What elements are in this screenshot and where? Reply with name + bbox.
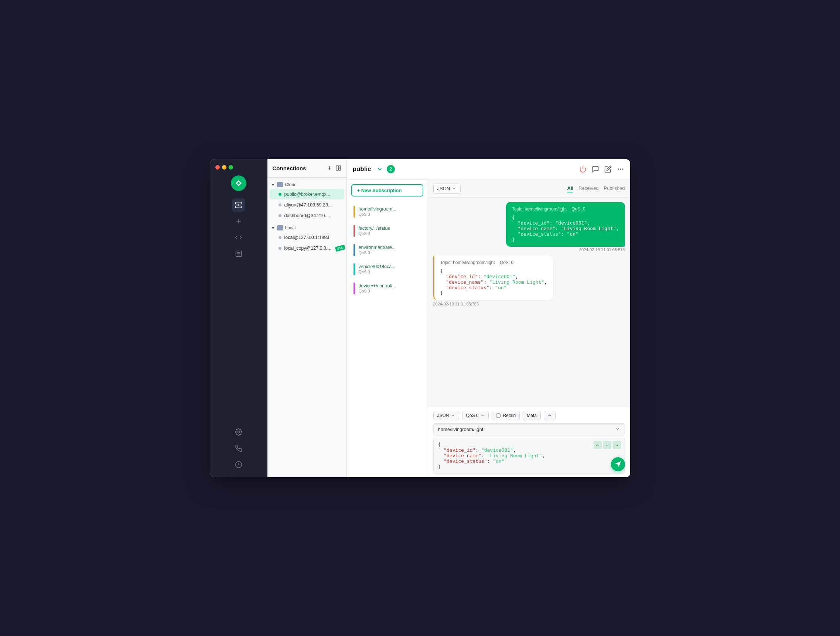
- more-button[interactable]: [617, 166, 624, 173]
- format-select[interactable]: JSON: [433, 183, 461, 194]
- connection-label: local@127.0.0.1:1883: [284, 235, 330, 240]
- sub-topic: factory/+/status: [359, 226, 421, 231]
- sidebar-item-settings[interactable]: [232, 426, 245, 439]
- payload-nav-back[interactable]: ←: [594, 441, 602, 449]
- sidebar-item-subscribe[interactable]: [232, 442, 245, 455]
- sidebar-nav: [210, 198, 267, 426]
- publish-bar: JSON QoS 0: [428, 407, 630, 477]
- topic-value: home/livingroom/light: [438, 426, 615, 432]
- sidebar-item-log[interactable]: [232, 247, 245, 260]
- connection-item-aliyun[interactable]: aliyun@47.109.59.23...: [270, 200, 344, 210]
- sub-color-indicator: [354, 264, 355, 275]
- svg-point-9: [238, 431, 240, 433]
- svg-rect-16: [338, 166, 340, 168]
- sub-info: factory/+/status QoS 0: [359, 226, 421, 236]
- chat-button[interactable]: [592, 166, 599, 173]
- payload-area[interactable]: ← − → { "device_id": "device001", "devic…: [433, 438, 625, 473]
- svg-point-21: [617, 169, 619, 169]
- sub-qos: QoS 0: [359, 212, 421, 216]
- connection-chevron[interactable]: [376, 166, 383, 172]
- filter-published[interactable]: Published: [603, 185, 625, 193]
- topbar: public 2: [347, 159, 630, 180]
- subscription-item-3[interactable]: environment/are... QoS 0: [349, 241, 426, 259]
- connections-panel: Connections: [267, 159, 347, 477]
- retain-button[interactable]: Retain: [492, 411, 520, 420]
- svg-marker-25: [615, 461, 621, 467]
- message-card-received: Topic: home/livingroom/light QoS: 0 { "d…: [433, 256, 553, 300]
- message-body: { "device_id": "device001", "device_name…: [512, 215, 619, 242]
- filter-tabs: All Received Published: [567, 185, 625, 193]
- filter-received[interactable]: Received: [578, 185, 598, 193]
- connection-item-local1[interactable]: local@127.0.0.1:1883: [270, 232, 344, 243]
- power-button[interactable]: [579, 166, 587, 173]
- filter-all[interactable]: All: [567, 185, 574, 193]
- svg-rect-1: [236, 206, 242, 208]
- minimize-button[interactable]: [222, 165, 226, 169]
- payload-nav-forward[interactable]: →: [613, 441, 621, 449]
- retain-circle: [496, 413, 501, 418]
- subscription-item-5[interactable]: device/+/control/... QoS 0: [349, 279, 426, 297]
- edit-button[interactable]: [604, 166, 612, 173]
- sub-info: home/livingroom... QoS 0: [359, 207, 421, 216]
- connections-header-icons: [327, 165, 341, 171]
- folder-icon: [277, 182, 283, 187]
- sub-color-indicator: [354, 282, 355, 294]
- expand-button[interactable]: [544, 411, 556, 420]
- sub-info: vehicle/001/loca... QoS 0: [359, 264, 421, 274]
- send-button[interactable]: [611, 457, 625, 471]
- sub-info: environment/are... QoS 0: [359, 245, 421, 255]
- publish-format-select[interactable]: JSON: [433, 411, 459, 420]
- traffic-lights: [210, 165, 233, 169]
- connection-name: public: [353, 166, 371, 173]
- message-header: Topic: home/livingroom/light QoS: 0: [512, 207, 619, 211]
- meta-button[interactable]: Meta: [523, 411, 541, 420]
- sub-qos: QoS 0: [359, 289, 421, 293]
- connection-item-public[interactable]: public@broker.emqx...: [270, 189, 344, 199]
- layout-button[interactable]: [335, 165, 341, 171]
- publish-qos-label: QoS 0: [466, 413, 479, 418]
- main-area: public 2: [347, 159, 630, 477]
- svg-point-23: [622, 169, 623, 169]
- maximize-button[interactable]: [229, 165, 233, 169]
- format-select-label: JSON: [437, 186, 450, 191]
- sub-color-indicator: [354, 206, 355, 218]
- sidebar: [210, 159, 267, 477]
- topic-input-row[interactable]: home/livingroom/light: [433, 423, 625, 436]
- subscription-item-1[interactable]: home/livingroom... QoS 0: [349, 203, 426, 221]
- add-connection-button[interactable]: [327, 165, 332, 171]
- topic-expand-button[interactable]: [615, 426, 620, 432]
- connections-title: Connections: [273, 165, 306, 171]
- group-cloud[interactable]: Cloud: [267, 181, 346, 189]
- connection-status-dot: [278, 204, 281, 207]
- sub-topic: vehicle/001/loca...: [359, 264, 421, 269]
- close-button[interactable]: [215, 165, 220, 169]
- connection-item-local-copy-wrap: local_copy@127.0.0.... SSL: [267, 243, 346, 253]
- svg-marker-19: [272, 227, 275, 229]
- sidebar-item-info[interactable]: [232, 458, 245, 471]
- subscription-item-4[interactable]: vehicle/001/loca... QoS 0: [349, 260, 426, 278]
- group-local[interactable]: Local: [267, 224, 346, 232]
- new-subscription-button[interactable]: + New Subscription: [351, 184, 423, 196]
- publish-format-label: JSON: [437, 413, 449, 418]
- connections-list: Cloud public@broker.emqx... aliyun@47.10…: [267, 178, 346, 257]
- payload-nav-minus[interactable]: −: [603, 441, 611, 449]
- connection-label: aliyun@47.109.59.23...: [284, 202, 332, 208]
- connection-status-dot: [278, 193, 281, 196]
- subscription-item-2[interactable]: factory/+/status QoS 0: [349, 222, 426, 240]
- svg-rect-0: [236, 202, 242, 204]
- message-bubble-sent: Topic: home/livingroom/light QoS: 0 { "d…: [506, 202, 625, 247]
- publish-options: JSON QoS 0: [433, 411, 625, 420]
- message-timestamp: 2024-02-19 11:01:05:785: [433, 302, 553, 306]
- sub-qos: QoS 0: [359, 231, 421, 236]
- sub-topic: home/livingroom...: [359, 207, 421, 211]
- folder-icon: [277, 225, 283, 230]
- sidebar-item-add[interactable]: [232, 215, 245, 228]
- messages-toolbar: JSON All Received Published: [428, 180, 630, 197]
- connection-item-dashboard[interactable]: dashboard@34.219....: [270, 210, 344, 221]
- publish-qos-select[interactable]: QoS 0: [462, 411, 489, 420]
- sidebar-item-code[interactable]: [232, 231, 245, 244]
- connection-item-local-copy[interactable]: local_copy@127.0.0....: [270, 243, 344, 253]
- messages-list: Topic: home/livingroom/light QoS: 0 { "d…: [428, 197, 630, 407]
- connection-label: dashboard@34.219....: [284, 213, 330, 218]
- sidebar-item-connections[interactable]: [232, 198, 245, 211]
